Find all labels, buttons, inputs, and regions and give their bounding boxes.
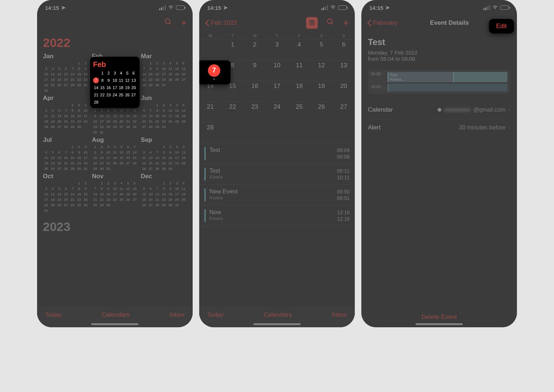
- day-cell-11[interactable]: 11: [288, 60, 310, 81]
- highlight-day-21[interactable]: 21: [93, 92, 99, 98]
- back-button[interactable]: Feb 2022: [205, 19, 237, 27]
- highlight-day-25[interactable]: 25: [118, 92, 124, 98]
- day-cell-12[interactable]: 12: [310, 60, 333, 81]
- month-grid[interactable]: 1234567•891011121314•15•1617181920212223…: [199, 39, 355, 143]
- mini-month-sep[interactable]: Sep 123456789101112131415161718192021222…: [141, 136, 187, 171]
- day-cell-28[interactable]: 28: [199, 122, 221, 143]
- hour-label-1: 10:00: [371, 84, 381, 89]
- day-cell-19[interactable]: 19: [310, 81, 333, 101]
- event-row[interactable]: NowKwara12:1612:16: [199, 205, 355, 226]
- add-icon[interactable]: +: [181, 17, 187, 29]
- edit-button[interactable]: Edit: [489, 19, 514, 33]
- highlight-day-7[interactable]: 7: [93, 77, 99, 83]
- event-row[interactable]: Test09:0409:08: [199, 143, 355, 164]
- highlight-day-4[interactable]: 4: [118, 70, 124, 76]
- day-cell-26[interactable]: 26: [310, 101, 333, 122]
- mini-month-jan[interactable]: Jan 123456789101112131415161718192021222…: [43, 53, 89, 93]
- back-button[interactable]: February: [367, 19, 398, 27]
- event-color-bar: [204, 209, 206, 222]
- tab-today[interactable]: Today: [45, 311, 61, 319]
- highlight-day-2[interactable]: 2: [105, 70, 112, 76]
- list-toggle-icon[interactable]: [306, 17, 318, 29]
- tab-calendars[interactable]: Calendars: [264, 311, 292, 319]
- day-cell-17[interactable]: 17: [266, 81, 288, 101]
- highlight-day-28[interactable]: 28: [93, 99, 99, 105]
- highlight-day-26[interactable]: 26: [124, 92, 131, 98]
- month-highlight-feb[interactable]: Feb 123456789101112131415161718192021222…: [90, 57, 140, 108]
- mini-month-aug[interactable]: Aug1234567891011121314151617181920212223…: [92, 136, 138, 171]
- setting-calendar[interactable]: Calendar xxxxxxxxx @gmail.com ›: [368, 101, 510, 119]
- day-cell-13[interactable]: 13: [333, 60, 355, 81]
- mini-month-jun[interactable]: Jun 123456789101112131415161718192021222…: [141, 95, 187, 135]
- highlight-day-15[interactable]: 15: [99, 85, 105, 91]
- add-icon[interactable]: +: [343, 17, 349, 29]
- highlight-day-24[interactable]: 24: [112, 92, 118, 98]
- highlight-day-27[interactable]: 27: [131, 92, 137, 98]
- mini-month-dec[interactable]: Dec 123456789101112131415161718192021222…: [141, 173, 187, 213]
- highlight-day-14[interactable]: 14: [93, 85, 99, 91]
- selected-day-highlight[interactable]: 7 ●: [199, 60, 230, 84]
- search-icon[interactable]: [326, 18, 334, 28]
- highlight-day-19[interactable]: 19: [124, 85, 131, 91]
- highlight-day-3[interactable]: 3: [112, 70, 118, 76]
- highlight-day-23[interactable]: 23: [105, 92, 112, 98]
- highlight-day-9[interactable]: 9: [105, 77, 112, 83]
- highlight-day-5[interactable]: 5: [124, 70, 131, 76]
- day-cell-6[interactable]: 6: [333, 39, 355, 60]
- home-indicator[interactable]: [253, 323, 301, 325]
- day-cell-23[interactable]: 23: [244, 101, 266, 122]
- highlight-day-17[interactable]: 17: [112, 85, 118, 91]
- battery-icon: [338, 5, 347, 10]
- day-cell-20[interactable]: 20: [333, 81, 355, 101]
- mini-month-oct[interactable]: Oct 123456789101112131415161718192021222…: [43, 173, 89, 213]
- setting-alert[interactable]: Alert 30 minutes before ›: [368, 119, 510, 136]
- search-icon[interactable]: [164, 18, 172, 28]
- event-row[interactable]: TestKwara09:1110:11: [199, 164, 355, 185]
- home-indicator[interactable]: [416, 323, 463, 325]
- highlight-day-6[interactable]: 6: [131, 70, 137, 76]
- day-cell-25[interactable]: 25: [288, 101, 310, 122]
- tab-inbox[interactable]: Inbox: [169, 311, 185, 319]
- day-cell-16[interactable]: 16: [244, 81, 266, 101]
- mini-month-mar[interactable]: Mar 123456789101112131415161718192021222…: [141, 53, 187, 93]
- highlight-day-1[interactable]: 1: [99, 70, 105, 76]
- day-cell-5[interactable]: 5: [310, 39, 333, 60]
- battery-icon: [176, 5, 185, 10]
- mini-month-name: Jul: [43, 136, 89, 144]
- highlight-day-8[interactable]: 8: [99, 77, 105, 83]
- mini-month-jul[interactable]: Jul 123456789101112131415161718192021222…: [43, 136, 89, 171]
- day-cell-22[interactable]: 22: [221, 101, 244, 122]
- location-icon: ➤: [223, 4, 228, 11]
- day-cell-18[interactable]: 18: [288, 81, 310, 101]
- highlight-day-20[interactable]: 20: [131, 85, 137, 91]
- highlight-month-name: Feb: [93, 60, 137, 69]
- tab-today[interactable]: Today: [207, 311, 224, 319]
- highlight-day-22[interactable]: 22: [99, 92, 105, 98]
- day-cell-9[interactable]: 9: [244, 60, 266, 81]
- mini-month-apr[interactable]: Apr 123456789101112131415161718192021222…: [43, 95, 89, 135]
- signal-icon: [483, 5, 490, 10]
- day-cell-27[interactable]: 27: [333, 101, 355, 122]
- day-cell-3[interactable]: 3: [266, 39, 288, 60]
- day-cell-1[interactable]: 1: [221, 39, 244, 60]
- day-cell-2[interactable]: 2: [244, 39, 266, 60]
- highlight-day-11[interactable]: 11: [118, 77, 124, 83]
- timeline-preview[interactable]: 09:00 10:00 TestKwara…: [368, 70, 510, 94]
- day-cell-10[interactable]: 10: [266, 60, 288, 81]
- event-row[interactable]: New EventKwara09:5009:51: [199, 185, 355, 205]
- day-cell-21[interactable]: 21: [199, 101, 221, 122]
- event-title: Test: [368, 37, 510, 47]
- status-time: 14:15: [45, 5, 59, 11]
- event-times: 09:1110:11: [337, 168, 350, 181]
- tab-inbox[interactable]: Inbox: [332, 311, 347, 319]
- mini-month-nov[interactable]: Nov 123456789101112131415161718192021222…: [92, 173, 138, 213]
- highlight-day-12[interactable]: 12: [124, 77, 131, 83]
- day-cell-24[interactable]: 24: [266, 101, 288, 122]
- tab-calendars[interactable]: Calendars: [101, 311, 130, 319]
- highlight-day-16[interactable]: 16: [105, 85, 112, 91]
- highlight-day-10[interactable]: 10: [112, 77, 118, 83]
- day-cell-4[interactable]: 4: [288, 39, 310, 60]
- highlight-day-13[interactable]: 13: [131, 77, 137, 83]
- home-indicator[interactable]: [91, 323, 138, 325]
- highlight-day-18[interactable]: 18: [118, 85, 124, 91]
